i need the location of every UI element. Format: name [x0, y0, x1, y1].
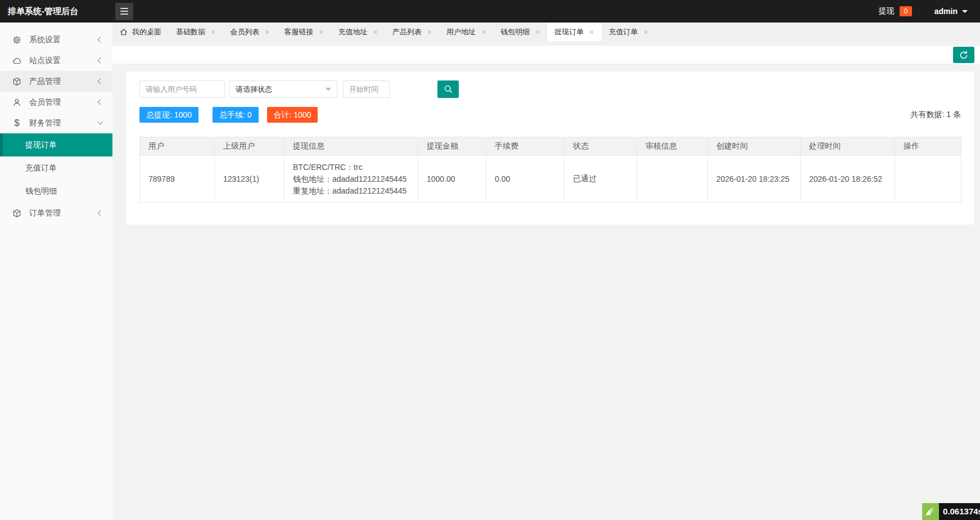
table-row: 789789 123123(1) BTC/ERC/TRC：trc 钱包地址：ad…	[140, 156, 961, 203]
tab-member-list[interactable]: 会员列表 ×	[223, 23, 277, 41]
tab-close-icon[interactable]: ×	[319, 28, 323, 36]
sidebar-item-system-settings[interactable]: 系统设置	[0, 29, 112, 50]
chevron-left-icon	[98, 100, 103, 105]
cell-withdraw-info: BTC/ERC/TRC：trc 钱包地址：adadad12121245445 重…	[284, 156, 418, 203]
tab-close-icon[interactable]: ×	[589, 28, 594, 36]
admin-user-menu[interactable]: admin	[934, 7, 968, 16]
sidebar-item-finance-management[interactable]: $ 财务管理	[0, 113, 112, 133]
tab-close-icon[interactable]: ×	[373, 28, 378, 36]
user-number-input[interactable]	[139, 80, 225, 98]
tab-close-icon[interactable]: ×	[211, 28, 215, 36]
topbar: 排单系统-管理后台 提现 0 admin	[0, 0, 980, 23]
tab-close-icon[interactable]: ×	[265, 28, 269, 36]
debug-toolbar: 0.061374s	[922, 503, 980, 520]
home-icon	[120, 28, 128, 36]
cell-processed-time: 2026-01-20 18:26:52	[801, 156, 895, 203]
sidebar-item-recharge-orders[interactable]: 充值订单	[0, 156, 112, 180]
tab-user-address[interactable]: 用户地址 ×	[439, 23, 493, 41]
total-withdraw-button[interactable]: 总提现: 1000	[139, 107, 198, 123]
tab-label: 充值地址	[338, 27, 368, 37]
menu-toggle-button[interactable]	[115, 3, 133, 20]
orders-table: 用户 上级用户 提现信息 提现金额 手续费 状态 审核信息 创建时间 处理时间 …	[139, 137, 961, 203]
tab-basic-data[interactable]: 基础数据 ×	[169, 23, 223, 41]
withdraw-count-badge: 0	[900, 6, 912, 16]
tab-recharge-orders[interactable]: 充值订单 ×	[602, 23, 656, 41]
refresh-button[interactable]	[953, 47, 974, 63]
cube-icon	[12, 209, 22, 218]
tab-label: 提现订单	[554, 27, 584, 37]
withdraw-info-line: 重复地址：adadad12121245445	[293, 185, 409, 197]
sidebar-item-wallet-details[interactable]: 钱包明细	[0, 180, 112, 203]
tab-recharge-address[interactable]: 充值地址 ×	[331, 23, 385, 41]
cell-fee: 0.00	[486, 156, 564, 203]
col-amount: 提现金额	[418, 137, 486, 156]
chevron-down-icon	[98, 119, 103, 125]
hamburger-icon	[120, 8, 128, 9]
search-button[interactable]	[437, 80, 459, 98]
sidebar-item-site-settings[interactable]: 站点设置	[0, 50, 112, 71]
tab-label: 客服链接	[284, 27, 313, 37]
sidebar-item-order-management[interactable]: 订单管理	[0, 203, 112, 223]
main-content: 我的桌面 基础数据 × 会员列表 × 客服链接 × 充值地址 × 产品列表 × …	[112, 23, 980, 520]
cell-status: 已通过	[564, 156, 637, 203]
total-sum-button[interactable]: 合计: 1000	[267, 107, 318, 123]
total-fee-button[interactable]: 总手续: 0	[213, 107, 259, 123]
chevron-left-icon	[98, 210, 103, 216]
cell-actions	[895, 156, 961, 203]
col-withdraw-info: 提现信息	[284, 137, 418, 156]
tab-label: 基础数据	[176, 27, 205, 37]
status-select[interactable]: 请选择状态	[229, 80, 337, 98]
stats-bar: 总提现: 1000 总手续: 0 合计: 1000 共有数据: 1 条	[139, 107, 961, 123]
sidebar-subitem-label: 充值订单	[25, 163, 57, 173]
cloud-icon	[12, 56, 22, 65]
tab-label: 会员列表	[230, 27, 259, 37]
tab-close-icon[interactable]: ×	[481, 28, 486, 36]
sidebar-item-label: 财务管理	[29, 118, 61, 128]
cell-audit-info	[637, 156, 708, 203]
chevron-left-icon	[98, 37, 103, 43]
withdraw-notification-link[interactable]: 提现 0	[879, 6, 912, 16]
table-header-row: 用户 上级用户 提现信息 提现金额 手续费 状态 审核信息 创建时间 处理时间 …	[140, 137, 961, 156]
sidebar-item-label: 系统设置	[29, 35, 61, 45]
tab-label: 钱包明细	[500, 27, 530, 37]
user-icon	[12, 98, 22, 107]
chevron-left-icon	[98, 58, 103, 64]
col-status: 状态	[564, 137, 637, 156]
thinkphp-logo-icon[interactable]	[922, 503, 939, 520]
col-fee: 手续费	[486, 137, 564, 156]
sidebar-subitem-label: 提现订单	[25, 140, 57, 150]
cell-parent-user: 123123(1)	[215, 156, 284, 203]
tab-home[interactable]: 我的桌面	[112, 23, 169, 41]
dollar-icon: $	[12, 119, 22, 128]
gear-icon	[12, 35, 22, 44]
sidebar-item-member-management[interactable]: 会员管理	[0, 92, 112, 113]
debug-time-badge[interactable]: 0.061374s	[939, 503, 980, 520]
chevron-down-icon	[326, 88, 331, 91]
col-created-time: 创建时间	[708, 137, 801, 156]
chevron-left-icon	[98, 79, 103, 84]
col-processed-time: 处理时间	[801, 137, 895, 156]
caret-down-icon	[962, 10, 968, 13]
username-label: admin	[934, 7, 958, 16]
refresh-icon	[959, 50, 969, 60]
tab-product-list[interactable]: 产品列表 ×	[385, 23, 439, 41]
withdraw-info-line: 钱包地址：adadad12121245445	[293, 173, 409, 185]
sidebar-item-withdraw-orders[interactable]: 提现订单	[0, 133, 112, 156]
sidebar-item-label: 会员管理	[29, 97, 61, 107]
filter-bar: 请选择状态	[139, 80, 961, 98]
tab-close-icon[interactable]: ×	[427, 28, 432, 36]
tab-service-link[interactable]: 客服链接 ×	[277, 23, 331, 41]
tab-close-icon[interactable]: ×	[644, 28, 648, 36]
sidebar: 系统设置 站点设置 产品管理	[0, 23, 112, 520]
tab-close-icon[interactable]: ×	[535, 28, 540, 36]
sidebar-item-product-management[interactable]: 产品管理	[0, 71, 112, 92]
sidebar-item-label: 产品管理	[29, 77, 61, 87]
tab-label: 产品列表	[392, 27, 422, 37]
withdraw-info-line: BTC/ERC/TRC：trc	[293, 162, 409, 173]
col-user: 用户	[140, 137, 215, 156]
tab-wallet-details[interactable]: 钱包明细 ×	[493, 23, 547, 41]
col-actions: 操作	[895, 137, 961, 156]
tab-withdraw-orders[interactable]: 提现订单 ×	[547, 23, 601, 41]
cell-amount: 1000.00	[418, 156, 486, 203]
start-time-input[interactable]	[343, 80, 390, 98]
